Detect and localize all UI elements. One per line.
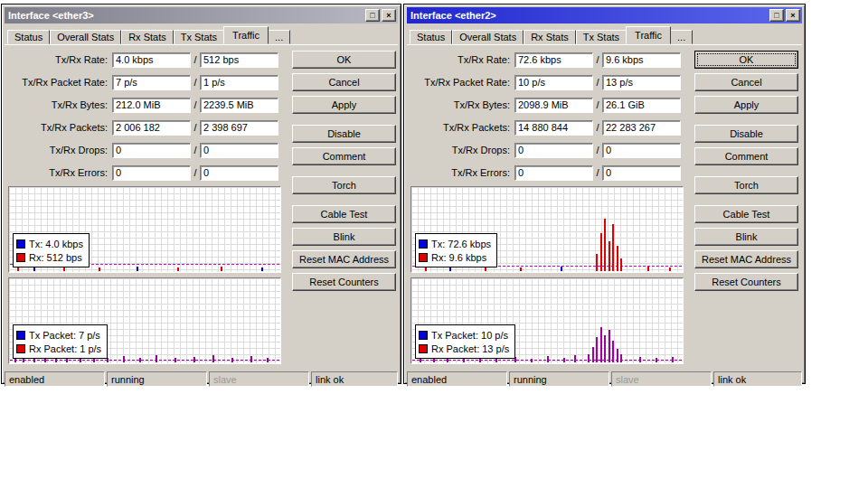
button-label: Comment — [725, 151, 769, 162]
tab-more[interactable]: ... — [268, 30, 290, 44]
status-enabled: enabled — [407, 371, 507, 387]
ok-button[interactable]: OK — [292, 51, 396, 69]
tab-strip: Status Overall Stats Rx Stats Tx Stats T… — [5, 25, 398, 44]
button-label: Disable — [327, 128, 361, 139]
tab-more[interactable]: ... — [670, 30, 693, 44]
button-label: Cable Test — [723, 209, 770, 220]
comment-button[interactable]: Comment — [292, 147, 396, 165]
chart-spike — [620, 258, 622, 271]
tx-value[interactable]: 7 p/s — [112, 75, 191, 90]
rx-value[interactable]: 22 283 267 — [602, 120, 681, 136]
chart-spike — [592, 347, 594, 362]
titlebar[interactable]: Interface <ether2> □ × — [407, 7, 802, 23]
tab-tx-stats[interactable]: Tx Stats — [576, 30, 627, 44]
tx-value[interactable]: 0 — [112, 143, 191, 158]
chart-spike — [547, 356, 549, 362]
legend-label: Tx: 72.6 kbps — [431, 239, 491, 249]
cable-test-button[interactable]: Cable Test — [694, 205, 798, 223]
tab-overall-stats[interactable]: Overall Stats — [452, 30, 524, 44]
chart-spike — [137, 267, 138, 271]
tab-label: Overall Stats — [459, 32, 516, 42]
field-label: Tx/Rx Errors: — [410, 167, 510, 178]
tx-value[interactable]: 0 — [514, 165, 593, 181]
value-separator: / — [191, 145, 200, 155]
rx-value[interactable]: 0 — [200, 143, 278, 158]
tx-value[interactable]: 14 880 844 — [514, 120, 593, 136]
rx-value[interactable]: 0 — [602, 143, 681, 158]
tab-overall-stats[interactable]: Overall Stats — [50, 30, 121, 44]
maximize-button[interactable]: □ — [769, 9, 784, 22]
tab-tx-stats[interactable]: Tx Stats — [174, 30, 224, 44]
tab-traffic[interactable]: Traffic — [223, 26, 269, 44]
reset-mac-address-button[interactable]: Reset MAC Address — [292, 250, 396, 268]
tab-traffic[interactable]: Traffic — [626, 26, 671, 44]
tx-value[interactable]: 10 p/s — [514, 75, 593, 90]
close-button[interactable]: × — [786, 9, 800, 22]
button-label: Cable Test — [321, 209, 368, 220]
rx-value[interactable]: 0 — [200, 165, 278, 181]
chart-spike — [17, 267, 19, 271]
button-label: Torch — [332, 180, 356, 191]
tx-value[interactable]: 0 — [514, 143, 593, 158]
tab-status[interactable]: Status — [410, 30, 452, 44]
tx-value[interactable]: 2 006 182 — [112, 120, 191, 136]
torch-button[interactable]: Torch — [292, 176, 396, 194]
legend-rx-packet: Rx Packet: 1 p/s — [16, 342, 101, 355]
rx-value[interactable]: 2 398 697 — [200, 120, 278, 136]
reset-counters-button[interactable]: Reset Counters — [292, 273, 396, 291]
comment-button[interactable]: Comment — [694, 147, 798, 165]
ok-button[interactable]: OK — [694, 51, 798, 69]
reset-counters-button[interactable]: Reset Counters — [694, 273, 798, 291]
apply-button[interactable]: Apply — [292, 96, 396, 114]
reset-mac-address-button[interactable]: Reset MAC Address — [694, 250, 798, 268]
tx-value[interactable]: 72.6 kbps — [514, 52, 593, 68]
tx-value[interactable]: 2098.9 MiB — [514, 98, 593, 113]
tx-value[interactable]: 212.0 MiB — [112, 98, 191, 113]
torch-button[interactable]: Torch — [694, 176, 798, 194]
rx-value[interactable]: 26.1 GiB — [602, 98, 681, 113]
chart-baseline — [10, 360, 279, 361]
rx-value[interactable]: 0 — [602, 165, 681, 181]
cancel-button[interactable]: Cancel — [694, 73, 798, 91]
legend-label: Tx Packet: 7 p/s — [29, 330, 100, 341]
blink-button[interactable]: Blink — [292, 228, 396, 246]
tab-status[interactable]: Status — [7, 30, 50, 44]
cable-test-button[interactable]: Cable Test — [292, 205, 396, 223]
rx-value[interactable]: 512 bps — [200, 52, 278, 68]
field-tx-rx-packets: Tx/Rx Packets: 2 006 182 / 2 398 697 — [8, 118, 281, 136]
apply-button[interactable]: Apply — [694, 96, 798, 114]
field-tx-rx-packet-rate: Tx/Rx Packet Rate: 7 p/s / 1 p/s — [8, 73, 281, 91]
chart-spike — [600, 327, 602, 362]
titlebar[interactable]: Interface <ether3> □ × — [5, 7, 398, 23]
cancel-button[interactable]: Cancel — [292, 73, 396, 91]
field-tx-rx-drops: Tx/Rx Drops: 0 / 0 — [410, 141, 684, 159]
chart-spike — [609, 330, 610, 362]
tx-value[interactable]: 4.0 kbps — [112, 52, 191, 68]
tab-rx-stats[interactable]: Rx Stats — [121, 30, 174, 44]
value-separator: / — [593, 77, 602, 88]
field-tx-rx-packets: Tx/Rx Packets: 14 880 844 / 22 283 267 — [410, 118, 684, 136]
status-link: link ok — [713, 371, 802, 387]
tab-label: Rx Stats — [531, 32, 569, 42]
status-label: link ok — [718, 374, 746, 385]
rx-value[interactable]: 13 p/s — [602, 75, 681, 90]
chart-spike — [647, 267, 649, 271]
legend-color-chip — [419, 331, 428, 340]
close-button[interactable]: × — [382, 9, 396, 22]
maximize-button[interactable]: □ — [365, 9, 380, 22]
status-label: link ok — [316, 374, 344, 385]
disable-button[interactable]: Disable — [292, 125, 396, 143]
rx-value[interactable]: 9.6 kbps — [602, 52, 681, 68]
titlebar-button-glyph: × — [790, 11, 795, 20]
disable-button[interactable]: Disable — [694, 125, 798, 143]
rx-value[interactable]: 1 p/s — [200, 75, 278, 90]
tab-rx-stats[interactable]: Rx Stats — [524, 30, 576, 44]
blink-button[interactable]: Blink — [694, 228, 798, 246]
titlebar-button-glyph: × — [386, 11, 391, 20]
rx-value[interactable]: 2239.5 MiB — [200, 98, 278, 113]
tab-strip: Status Overall Stats Rx Stats Tx Stats T… — [407, 25, 802, 44]
field-tx-rx-rate: Tx/Rx Rate: 4.0 kbps / 512 bps — [8, 51, 281, 69]
chart-spike — [617, 246, 618, 271]
legend-color-chip — [419, 253, 428, 262]
tx-value[interactable]: 0 — [112, 165, 191, 181]
